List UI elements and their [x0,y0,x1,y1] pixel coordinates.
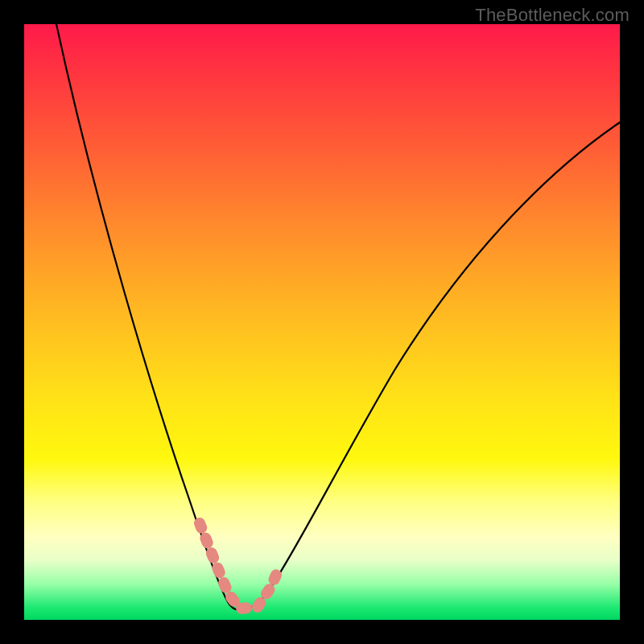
chart-canvas: TheBottleneck.com [0,0,644,644]
attribution-text: TheBottleneck.com [475,5,630,26]
curve-left [56,24,240,610]
gradient-plot-area [24,24,620,620]
bottleneck-curve [24,24,620,620]
curve-highlight [200,523,277,609]
curve-right [240,122,620,610]
